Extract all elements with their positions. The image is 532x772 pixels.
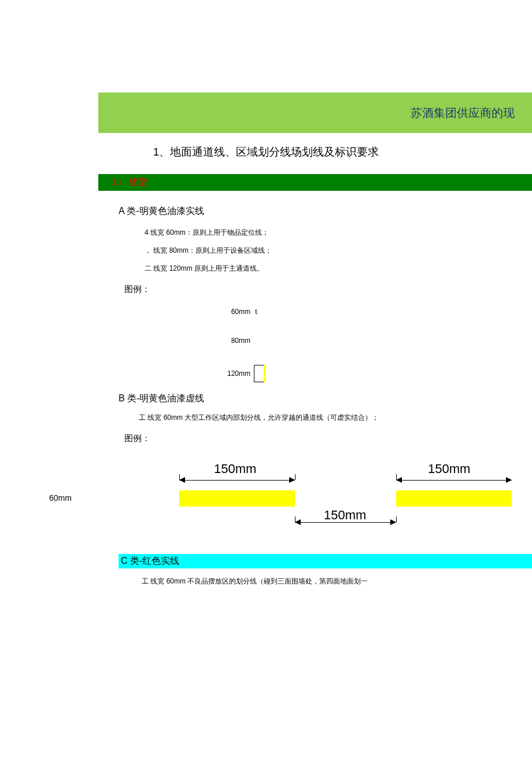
type-b-heading: B 类-明黄色油漆虚线	[119, 393, 532, 405]
diagram-row-120: 120mm	[223, 365, 532, 382]
header-banner-text: 苏酒集团供应商的现	[411, 105, 515, 121]
yellow-segment-left	[179, 490, 295, 507]
yellow-segment-right	[396, 490, 512, 507]
diagram-label-60: 60mm	[223, 308, 250, 316]
type-a-block: A 类-明黄色油漆实线 4 线宽 60mm：原则上用于物品定位线； ， 线宽 8…	[119, 205, 532, 531]
type-c-heading: C 类-红色实线	[121, 556, 179, 566]
type-b-spec: 工 线宽 60mm 大型工作区域内部划分线，允许穿越的通道线（可虚实结合）；	[139, 413, 532, 423]
type-b-legend-label: 图例：	[124, 433, 532, 444]
subsection-bar-label: 1） 线型	[112, 177, 147, 187]
type-a-spec-120: 二 线宽 120mm 原则上用于主通道线。	[145, 264, 532, 274]
dim-label-top-right: 150mm	[428, 461, 470, 477]
type-a-spec-80: ， 线宽 80mm：原则上用于设备区域线；	[145, 246, 532, 256]
side-label-60mm: 60mm	[49, 493, 72, 503]
header-banner: 苏酒集团供应商的现	[98, 93, 532, 133]
type-c-spec: 工 线宽 60mm 不良品摆放区的划分线（碰到三面围墙处，第四面地面划一	[142, 577, 532, 586]
type-a-diagram: 60mm t 80mm 120mm	[223, 306, 532, 382]
arrow-line-top-right	[396, 480, 512, 481]
type-a-spec-60: 4 线宽 60mm：原则上用于物品定位线；	[145, 228, 532, 238]
tick-mark	[396, 516, 397, 522]
diagram-box-120	[254, 365, 264, 382]
diagram-row-80: 80mm	[223, 337, 532, 345]
diagram-label-120: 120mm	[223, 370, 250, 378]
section-title-number: 1、	[153, 146, 171, 158]
type-a-heading: A 类-明黄色油漆实线	[119, 205, 532, 217]
dim-label-bottom: 150mm	[324, 508, 366, 523]
diagram-label-80: 80mm	[223, 337, 250, 345]
diagram-suffix-60: t	[255, 306, 257, 316]
section-title: 1、地面通道线、区域划分线场划线及标识要求	[0, 145, 532, 160]
diagram-row-60: 60mm t	[223, 306, 532, 316]
section-title-text: 地面通道线、区域划分线场划线及标识要求	[170, 146, 379, 158]
type-b-diagram: 150mm 150mm 60mm 150mm	[107, 461, 532, 531]
tick-mark	[295, 474, 295, 480]
subsection-bar-line-type: 1） 线型	[98, 174, 532, 191]
arrow-line-top-left	[179, 480, 295, 481]
dim-label-top-left: 150mm	[214, 461, 256, 477]
type-a-legend-label: 图例：	[124, 284, 532, 295]
type-c-heading-bar: C 类-红色实线	[119, 554, 532, 568]
